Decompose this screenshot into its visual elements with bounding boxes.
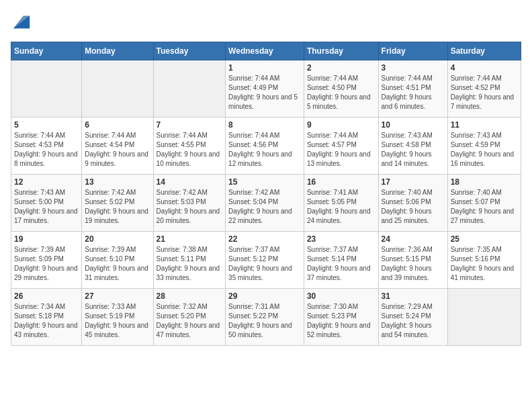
day-number: 4 [451, 63, 518, 73]
day-info: Sunrise: 7:36 AMSunset: 5:15 PMDaylight:… [382, 245, 445, 283]
day-info: Sunrise: 7:42 AMSunset: 5:02 PMDaylight:… [85, 188, 150, 226]
day-info: Sunrise: 7:41 AMSunset: 5:05 PMDaylight:… [307, 188, 375, 226]
header-day-wednesday: Wednesday [226, 42, 304, 60]
day-number: 15 [228, 177, 301, 187]
calendar-week-5: 26Sunrise: 7:34 AMSunset: 5:18 PMDayligh… [11, 288, 521, 345]
calendar-day-28: 28Sunrise: 7:32 AMSunset: 5:20 PMDayligh… [153, 288, 226, 345]
calendar-day-10: 10Sunrise: 7:43 AMSunset: 4:58 PMDayligh… [378, 117, 447, 174]
calendar-day-6: 6Sunrise: 7:44 AMSunset: 4:54 PMDaylight… [82, 117, 153, 174]
day-info: Sunrise: 7:44 AMSunset: 4:52 PMDaylight:… [451, 74, 518, 111]
day-number: 26 [14, 291, 79, 301]
day-info: Sunrise: 7:29 AMSunset: 5:24 PMDaylight:… [382, 302, 445, 340]
calendar-day-30: 30Sunrise: 7:30 AMSunset: 5:23 PMDayligh… [304, 288, 378, 345]
day-number: 9 [307, 120, 375, 130]
day-number: 20 [85, 234, 150, 244]
day-number: 29 [228, 291, 301, 301]
calendar-day-21: 21Sunrise: 7:38 AMSunset: 5:11 PMDayligh… [153, 231, 226, 288]
empty-cell [11, 60, 82, 117]
day-info: Sunrise: 7:44 AMSunset: 4:57 PMDaylight:… [307, 131, 375, 169]
calendar-day-15: 15Sunrise: 7:42 AMSunset: 5:04 PMDayligh… [226, 174, 304, 231]
day-number: 17 [382, 177, 445, 187]
day-info: Sunrise: 7:39 AMSunset: 5:10 PMDaylight:… [85, 245, 150, 283]
day-number: 5 [14, 120, 79, 130]
day-info: Sunrise: 7:42 AMSunset: 5:03 PMDaylight:… [157, 188, 223, 226]
day-info: Sunrise: 7:40 AMSunset: 5:06 PMDaylight:… [382, 188, 445, 226]
day-number: 24 [382, 234, 445, 244]
day-info: Sunrise: 7:35 AMSunset: 5:16 PMDaylight:… [451, 245, 518, 283]
day-info: Sunrise: 7:44 AMSunset: 4:56 PMDaylight:… [228, 131, 301, 169]
day-number: 30 [307, 291, 375, 301]
calendar-day-12: 12Sunrise: 7:43 AMSunset: 5:00 PMDayligh… [11, 174, 82, 231]
day-number: 16 [307, 177, 375, 187]
header-row: SundayMondayTuesdayWednesdayThursdayFrid… [11, 42, 521, 60]
calendar-day-4: 4Sunrise: 7:44 AMSunset: 4:52 PMDaylight… [447, 60, 521, 117]
day-info: Sunrise: 7:38 AMSunset: 5:11 PMDaylight:… [157, 245, 223, 283]
calendar-day-24: 24Sunrise: 7:36 AMSunset: 5:15 PMDayligh… [378, 231, 447, 288]
day-info: Sunrise: 7:44 AMSunset: 4:53 PMDaylight:… [14, 131, 79, 169]
day-number: 25 [451, 234, 518, 244]
day-number: 18 [451, 177, 518, 187]
day-number: 3 [382, 63, 445, 73]
day-number: 21 [157, 234, 223, 244]
day-number: 8 [228, 120, 301, 130]
calendar-day-19: 19Sunrise: 7:39 AMSunset: 5:09 PMDayligh… [11, 231, 82, 288]
header-day-tuesday: Tuesday [153, 42, 226, 60]
calendar-day-9: 9Sunrise: 7:44 AMSunset: 4:57 PMDaylight… [304, 117, 378, 174]
empty-cell [153, 60, 226, 117]
calendar-day-23: 23Sunrise: 7:37 AMSunset: 5:14 PMDayligh… [304, 231, 378, 288]
day-info: Sunrise: 7:44 AMSunset: 4:55 PMDaylight:… [157, 131, 223, 169]
day-number: 7 [157, 120, 223, 130]
calendar-day-29: 29Sunrise: 7:31 AMSunset: 5:22 PMDayligh… [226, 288, 304, 345]
empty-cell [82, 60, 153, 117]
calendar-day-3: 3Sunrise: 7:44 AMSunset: 4:51 PMDaylight… [378, 60, 447, 117]
day-info: Sunrise: 7:37 AMSunset: 5:12 PMDaylight:… [228, 245, 301, 283]
day-number: 19 [14, 234, 79, 244]
calendar-day-18: 18Sunrise: 7:40 AMSunset: 5:07 PMDayligh… [447, 174, 521, 231]
calendar-day-7: 7Sunrise: 7:44 AMSunset: 4:55 PMDaylight… [153, 117, 226, 174]
calendar-table: SundayMondayTuesdayWednesdayThursdayFrid… [11, 42, 521, 346]
calendar-day-16: 16Sunrise: 7:41 AMSunset: 5:05 PMDayligh… [304, 174, 378, 231]
empty-cell [447, 288, 521, 345]
header-day-sunday: Sunday [11, 42, 82, 60]
calendar-header: SundayMondayTuesdayWednesdayThursdayFrid… [11, 42, 521, 60]
day-info: Sunrise: 7:43 AMSunset: 4:58 PMDaylight:… [382, 131, 445, 169]
calendar-week-2: 5Sunrise: 7:44 AMSunset: 4:53 PMDaylight… [11, 117, 521, 174]
calendar-week-3: 12Sunrise: 7:43 AMSunset: 5:00 PMDayligh… [11, 174, 521, 231]
day-info: Sunrise: 7:34 AMSunset: 5:18 PMDaylight:… [14, 302, 79, 340]
day-number: 28 [157, 291, 223, 301]
day-number: 22 [228, 234, 301, 244]
page-header [11, 11, 521, 34]
calendar-day-5: 5Sunrise: 7:44 AMSunset: 4:53 PMDaylight… [11, 117, 82, 174]
day-info: Sunrise: 7:44 AMSunset: 4:50 PMDaylight:… [307, 74, 375, 111]
day-info: Sunrise: 7:39 AMSunset: 5:09 PMDaylight:… [14, 245, 79, 283]
calendar-day-13: 13Sunrise: 7:42 AMSunset: 5:02 PMDayligh… [82, 174, 153, 231]
calendar-week-1: 1Sunrise: 7:44 AMSunset: 4:49 PMDaylight… [11, 60, 521, 117]
day-number: 27 [85, 291, 150, 301]
calendar-day-11: 11Sunrise: 7:43 AMSunset: 4:59 PMDayligh… [447, 117, 521, 174]
day-info: Sunrise: 7:44 AMSunset: 4:51 PMDaylight:… [382, 74, 445, 111]
day-number: 12 [14, 177, 79, 187]
day-info: Sunrise: 7:32 AMSunset: 5:20 PMDaylight:… [157, 302, 223, 340]
header-day-saturday: Saturday [447, 42, 521, 60]
logo-icon [12, 11, 31, 30]
day-number: 6 [85, 120, 150, 130]
day-info: Sunrise: 7:44 AMSunset: 4:54 PMDaylight:… [85, 131, 150, 169]
calendar-body: 1Sunrise: 7:44 AMSunset: 4:49 PMDaylight… [11, 60, 521, 345]
day-info: Sunrise: 7:43 AMSunset: 4:59 PMDaylight:… [451, 131, 518, 169]
calendar-day-26: 26Sunrise: 7:34 AMSunset: 5:18 PMDayligh… [11, 288, 82, 345]
calendar-day-14: 14Sunrise: 7:42 AMSunset: 5:03 PMDayligh… [153, 174, 226, 231]
day-number: 13 [85, 177, 150, 187]
day-info: Sunrise: 7:31 AMSunset: 5:22 PMDaylight:… [228, 302, 301, 340]
day-info: Sunrise: 7:33 AMSunset: 5:19 PMDaylight:… [85, 302, 150, 340]
calendar-day-22: 22Sunrise: 7:37 AMSunset: 5:12 PMDayligh… [226, 231, 304, 288]
svg-marker-1 [13, 15, 30, 28]
calendar-day-20: 20Sunrise: 7:39 AMSunset: 5:10 PMDayligh… [82, 231, 153, 288]
day-number: 1 [228, 63, 301, 73]
calendar-day-17: 17Sunrise: 7:40 AMSunset: 5:06 PMDayligh… [378, 174, 447, 231]
calendar-day-1: 1Sunrise: 7:44 AMSunset: 4:49 PMDaylight… [226, 60, 304, 117]
day-info: Sunrise: 7:40 AMSunset: 5:07 PMDaylight:… [451, 188, 518, 226]
calendar-day-31: 31Sunrise: 7:29 AMSunset: 5:24 PMDayligh… [378, 288, 447, 345]
calendar-day-8: 8Sunrise: 7:44 AMSunset: 4:56 PMDaylight… [226, 117, 304, 174]
day-number: 14 [157, 177, 223, 187]
day-info: Sunrise: 7:43 AMSunset: 5:00 PMDaylight:… [14, 188, 79, 226]
